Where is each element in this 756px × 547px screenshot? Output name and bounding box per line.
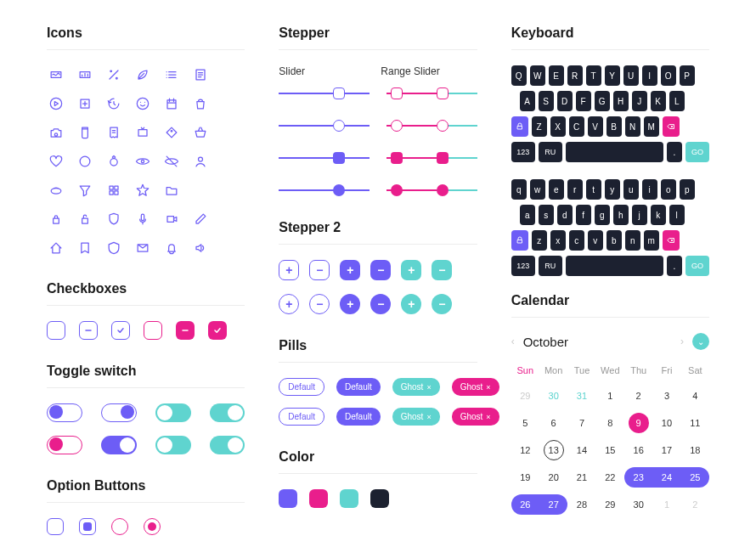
lang-key[interactable]: RU (539, 256, 562, 276)
stepper-plus-button[interactable]: + (401, 260, 421, 280)
option-square-fill[interactable] (79, 518, 96, 535)
key-k[interactable]: k (651, 205, 666, 225)
key-v[interactable]: v (588, 230, 603, 251)
pill-ghost-pink[interactable]: Ghost× (452, 408, 499, 426)
stepper-minus-button[interactable]: − (432, 260, 452, 280)
lang-key[interactable]: RU (539, 142, 562, 162)
calendar-day[interactable]: 5 (511, 413, 539, 433)
key-c[interactable]: c (569, 230, 584, 251)
key-p[interactable]: p (680, 179, 695, 200)
go-key[interactable]: GO (685, 142, 709, 162)
key-i[interactable]: I (642, 65, 657, 86)
key-a[interactable]: a (520, 205, 535, 225)
calendar-day[interactable]: 25 (681, 467, 709, 488)
key-q[interactable]: q (511, 179, 527, 200)
stepper-minus-button[interactable]: − (309, 260, 330, 280)
key-g[interactable]: g (595, 205, 610, 225)
calendar-day[interactable]: 23 (624, 467, 652, 488)
key-i[interactable]: i (642, 179, 657, 200)
calendar-day[interactable]: 21 (567, 467, 595, 488)
toggle[interactable] (210, 403, 245, 422)
key-r[interactable]: R (567, 65, 583, 86)
key-x[interactable]: X (550, 116, 566, 137)
calendar-day[interactable]: 1 (596, 386, 624, 406)
close-icon[interactable]: × (486, 383, 490, 392)
stepper-plus-button[interactable]: + (279, 294, 299, 314)
checkbox-empty[interactable] (47, 321, 65, 340)
key-j[interactable]: J (632, 91, 647, 111)
key-u[interactable]: u (623, 179, 639, 200)
calendar-day[interactable]: 10 (652, 413, 680, 433)
key-w[interactable]: W (530, 65, 545, 86)
stepper-plus-button[interactable]: + (401, 294, 421, 314)
calendar-day[interactable]: 2 (624, 386, 652, 406)
key-f[interactable]: f (576, 205, 591, 225)
key-o[interactable]: o (661, 179, 676, 200)
calendar-day[interactable]: 1 (652, 494, 680, 515)
key-l[interactable]: l (669, 205, 685, 225)
key-c[interactable]: C (569, 116, 584, 137)
calendar-day[interactable]: 26 (511, 494, 539, 515)
shift-key[interactable] (511, 230, 528, 251)
calendar-day[interactable]: 7 (567, 413, 595, 433)
calendar-day[interactable]: 9 (629, 413, 649, 433)
key-d[interactable]: D (557, 91, 573, 111)
key-x[interactable]: x (550, 230, 566, 251)
calendar-day[interactable]: 16 (624, 440, 652, 460)
pill-ghost-pink[interactable]: Ghost× (452, 378, 499, 396)
option-circle-empty[interactable] (111, 518, 128, 535)
option-square-empty[interactable] (47, 518, 64, 535)
key-o[interactable]: O (661, 65, 676, 86)
close-icon[interactable]: × (486, 413, 490, 421)
stepper-plus-button[interactable]: + (340, 294, 360, 314)
option-circle-fill[interactable] (144, 518, 161, 535)
key-l[interactable]: L (669, 91, 685, 111)
calendar-day[interactable]: 3 (652, 386, 680, 406)
range-slider[interactable] (386, 87, 477, 99)
range-slider[interactable] (386, 184, 477, 196)
swatch-purple[interactable] (279, 489, 297, 508)
go-key[interactable]: GO (685, 256, 709, 276)
toggle[interactable] (47, 436, 82, 454)
key-q[interactable]: Q (511, 65, 527, 86)
dot-key[interactable]: . (667, 256, 682, 276)
calendar-day[interactable]: 17 (652, 440, 680, 460)
stepper-minus-button[interactable]: − (432, 294, 452, 314)
key-h[interactable]: H (613, 91, 629, 111)
calendar-day[interactable]: 4 (681, 386, 709, 406)
key-b[interactable]: b (606, 230, 622, 251)
calendar-day[interactable]: 28 (567, 494, 595, 515)
mode-key[interactable]: 123 (511, 256, 535, 276)
key-v[interactable]: V (588, 116, 603, 137)
calendar-day[interactable]: 29 (596, 494, 624, 515)
key-m[interactable]: M (644, 116, 659, 137)
key-s[interactable]: S (539, 91, 554, 111)
range-slider[interactable] (386, 152, 477, 164)
checkbox-fill-check[interactable] (208, 321, 227, 340)
shift-key[interactable] (511, 116, 528, 137)
mode-key[interactable]: 123 (511, 142, 535, 162)
calendar-day[interactable]: 12 (511, 440, 539, 460)
toggle[interactable] (155, 436, 191, 454)
calendar-day[interactable]: 18 (681, 440, 709, 460)
calendar-day[interactable]: 29 (511, 386, 539, 406)
key-t[interactable]: T (586, 65, 601, 86)
calendar-day[interactable]: 13 (544, 440, 564, 460)
slider[interactable] (279, 184, 370, 196)
key-h[interactable]: h (613, 205, 629, 225)
key-z[interactable]: z (532, 230, 547, 251)
key-s[interactable]: s (539, 205, 554, 225)
close-icon[interactable]: × (426, 383, 431, 392)
key-p[interactable]: P (680, 65, 695, 86)
calendar-day[interactable]: 14 (567, 440, 595, 460)
calendar-day[interactable]: 19 (511, 467, 539, 488)
stepper-minus-button[interactable]: − (309, 294, 330, 314)
key-u[interactable]: U (623, 65, 639, 86)
swatch-teal[interactable] (340, 489, 358, 508)
swatch-pink[interactable] (309, 489, 328, 508)
prev-month-icon[interactable]: ‹ (511, 336, 515, 347)
key-d[interactable]: d (557, 205, 573, 225)
key-f[interactable]: F (576, 91, 591, 111)
key-e[interactable]: e (549, 179, 564, 200)
toggle[interactable] (155, 403, 191, 422)
